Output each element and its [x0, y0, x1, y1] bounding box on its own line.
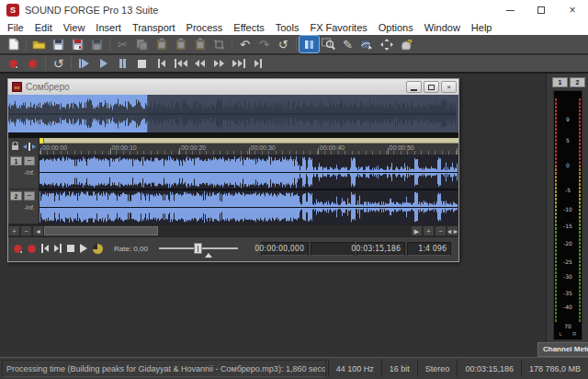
- menu-options[interactable]: Options: [373, 20, 419, 35]
- edit-tool-small-icon[interactable]: [23, 142, 36, 152]
- trim-crop-icon[interactable]: [209, 36, 229, 52]
- overview-strip[interactable]: [8, 95, 458, 133]
- rate-slider-thumb[interactable]: [194, 243, 202, 254]
- scroll-right-icon[interactable]: ▶: [411, 225, 423, 236]
- new-file-icon[interactable]: [4, 36, 23, 52]
- menu-help[interactable]: Help: [466, 20, 498, 35]
- play-all-icon[interactable]: [74, 55, 94, 72]
- next-marker-icon[interactable]: [229, 55, 248, 72]
- status-sample-rate[interactable]: 44 100 Hz: [328, 360, 381, 377]
- zoom-out-icon[interactable]: −: [435, 225, 447, 236]
- document-title-bar[interactable]: Сомбреро ×: [8, 79, 458, 95]
- menu-transport[interactable]: Transport: [127, 20, 181, 35]
- horizontal-scrollbar[interactable]: [44, 225, 411, 236]
- close-icon[interactable]: ×: [557, 0, 588, 20]
- time-ruler[interactable]: 00:00:0000:00:1000:00:2000:00:3000:00:40…: [40, 138, 458, 155]
- doc-record-icon[interactable]: [28, 245, 36, 253]
- edit-tool-icon[interactable]: [300, 36, 319, 52]
- save-icon[interactable]: [49, 36, 68, 52]
- copy-icon[interactable]: [132, 36, 152, 52]
- undo-icon[interactable]: ↶: [235, 36, 254, 52]
- channel-1-gain[interactable]: -Inf.: [10, 169, 37, 176]
- doc-record-remote-icon[interactable]: [14, 245, 22, 253]
- record-icon[interactable]: [23, 55, 42, 72]
- app-logo-icon: S: [6, 4, 19, 17]
- whats-this-help-icon[interactable]: ?: [396, 36, 415, 52]
- menu-view[interactable]: View: [58, 20, 91, 35]
- go-to-start-icon[interactable]: [152, 55, 171, 72]
- paste-special-icon[interactable]: [171, 36, 190, 52]
- save-as-icon[interactable]: [68, 36, 87, 52]
- channel-2-gain[interactable]: -Inf.: [10, 204, 37, 211]
- doc-restore-icon[interactable]: [424, 81, 439, 93]
- previous-marker-icon[interactable]: [171, 55, 190, 72]
- length-display[interactable]: 00:03:15,186: [356, 242, 405, 256]
- maximize-icon[interactable]: [526, 0, 557, 20]
- menu-window[interactable]: Window: [419, 20, 466, 35]
- doc-close-icon[interactable]: ×: [441, 81, 457, 93]
- scrollbar-thumb[interactable]: [44, 226, 158, 235]
- marker-flag-icon[interactable]: [40, 138, 44, 144]
- status-file-length[interactable]: 00:03:15,186: [457, 360, 521, 377]
- scroll-left-icon[interactable]: ◄: [32, 225, 44, 236]
- menu-process[interactable]: Process: [181, 20, 229, 35]
- zoom-selection-icon[interactable]: ◄►: [447, 225, 458, 236]
- channel-1-button[interactable]: 1: [10, 156, 22, 166]
- meter-channel-1-button[interactable]: 1: [552, 77, 568, 87]
- loop-playback-icon[interactable]: ↺: [49, 55, 68, 72]
- channel-meters-tab[interactable]: Channel Meters: [537, 342, 588, 357]
- status-channel-mode[interactable]: Stereo: [417, 360, 458, 377]
- menu-fx-favorites[interactable]: FX Favorites: [304, 20, 372, 35]
- lock-icon[interactable]: [11, 142, 19, 151]
- menu-insert[interactable]: Insert: [90, 20, 127, 35]
- open-file-icon[interactable]: [29, 36, 49, 52]
- pause-icon[interactable]: [113, 55, 132, 72]
- channel-1-minimize-button[interactable]: −: [24, 156, 35, 166]
- menu-tools[interactable]: Tools: [270, 20, 305, 35]
- paste-icon[interactable]: [152, 36, 171, 52]
- doc-scrub-icon[interactable]: [93, 244, 103, 254]
- waveform-display[interactable]: [40, 155, 458, 224]
- menu-edit[interactable]: Edit: [29, 20, 58, 35]
- marker-bar[interactable]: [40, 138, 458, 144]
- status-free-space[interactable]: 178 786,0 MB: [521, 360, 588, 377]
- zoom-in-time-icon[interactable]: +: [8, 225, 20, 236]
- menu-file[interactable]: File: [2, 20, 29, 35]
- record-remote-icon[interactable]: [4, 55, 23, 72]
- forward-icon[interactable]: [209, 55, 229, 72]
- doc-go-to-start-icon[interactable]: [41, 244, 49, 253]
- channel-2-minimize-button[interactable]: −: [24, 191, 35, 201]
- pencil-tool-icon[interactable]: ✎: [338, 36, 357, 52]
- rewind-icon[interactable]: [190, 55, 209, 72]
- cut-icon[interactable]: ✂: [113, 36, 132, 52]
- meter-display[interactable]: LR 950-5-10-15-20-25-30-35-4070: [553, 90, 582, 340]
- menu-effects[interactable]: Effects: [228, 20, 269, 35]
- minimize-icon[interactable]: [494, 0, 526, 20]
- meter-scale-label: 9: [554, 115, 582, 121]
- redo-icon[interactable]: ↷: [254, 36, 274, 52]
- paste-to-new-icon[interactable]: [190, 36, 209, 52]
- meter-channel-2-button[interactable]: 2: [570, 77, 585, 87]
- position-display[interactable]: 00:00:00,000: [261, 242, 309, 256]
- status-bit-depth[interactable]: 16 bit: [381, 360, 417, 377]
- zoom-out-time-icon[interactable]: −: [20, 225, 32, 236]
- channel-2-button[interactable]: 2: [10, 191, 22, 201]
- rate-slider[interactable]: [159, 241, 238, 256]
- doc-minimize-icon[interactable]: [406, 81, 422, 93]
- meter-l-label: L: [560, 331, 562, 337]
- doc-stop-icon[interactable]: [67, 245, 74, 252]
- selection-display[interactable]: [311, 242, 355, 256]
- selection-tool-icon[interactable]: [377, 36, 396, 52]
- go-to-end-icon[interactable]: [248, 55, 267, 72]
- envelope-tool-icon[interactable]: [357, 36, 377, 52]
- meter-scale-label: 0: [554, 161, 582, 167]
- play-icon[interactable]: [94, 55, 113, 72]
- doc-go-to-end-icon[interactable]: [54, 244, 62, 253]
- repeat-icon[interactable]: ↺: [274, 36, 293, 52]
- stop-icon[interactable]: [132, 55, 152, 72]
- magnify-tool-icon[interactable]: [319, 36, 338, 52]
- zoom-in-icon[interactable]: +: [423, 225, 435, 236]
- zoom-ratio-display[interactable]: 1:4 096: [407, 242, 451, 256]
- doc-play-icon[interactable]: [80, 244, 87, 253]
- save-all-icon[interactable]: [87, 36, 107, 52]
